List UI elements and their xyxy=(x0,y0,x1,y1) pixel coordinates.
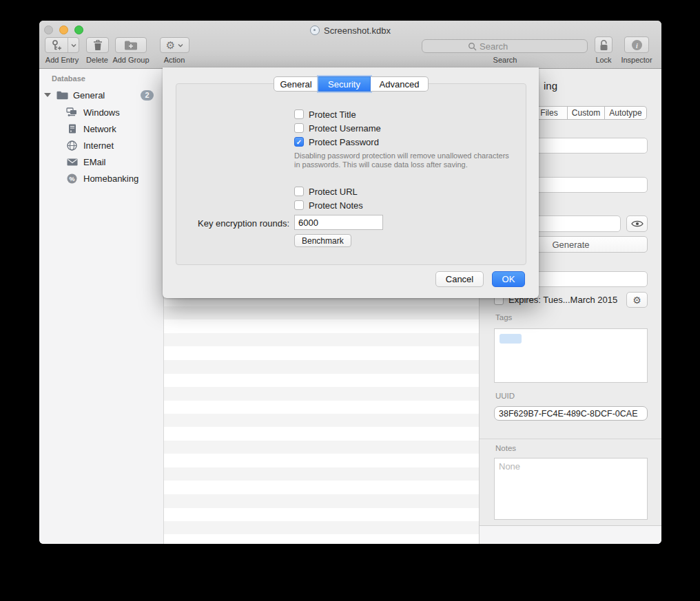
action-caption: Action xyxy=(157,56,192,64)
info-icon: i xyxy=(631,39,643,51)
search-field[interactable] xyxy=(422,39,588,53)
sidebar-item-network[interactable]: Network xyxy=(39,121,164,136)
checkbox-box xyxy=(294,123,304,133)
sidebar-item-label: Internet xyxy=(83,140,114,151)
lock-button[interactable] xyxy=(595,36,612,53)
search-icon xyxy=(468,42,477,51)
tags-box[interactable] xyxy=(494,328,648,383)
inspector-button[interactable]: i xyxy=(624,36,649,53)
checkbox-label: Protect Title xyxy=(309,109,356,120)
sidebar-item-label: Windows xyxy=(83,107,120,118)
document-icon xyxy=(310,25,320,35)
dialog-tabs: General Security Advanced xyxy=(274,76,429,92)
windows-group-icon xyxy=(66,107,78,117)
add-entry-caption: Add Entry xyxy=(41,56,83,64)
search-caption: Search xyxy=(484,56,526,64)
checkbox-label: Protect Notes xyxy=(309,200,363,211)
add-entry-button[interactable] xyxy=(45,37,79,53)
sidebar-item-internet[interactable]: Internet xyxy=(39,138,164,153)
panel-footer xyxy=(480,525,661,544)
lock-caption: Lock xyxy=(590,56,617,64)
protect-notes-checkbox[interactable]: Protect Notes xyxy=(294,200,363,211)
svg-text:i: i xyxy=(636,41,638,49)
checkbox-box xyxy=(294,200,304,210)
notes-field[interactable] xyxy=(494,458,648,520)
tab-security[interactable]: Security xyxy=(318,76,371,92)
protect-password-checkbox[interactable]: Protect Password xyxy=(294,136,379,147)
server-icon xyxy=(66,124,78,134)
sidebar-section-header: Database xyxy=(52,74,85,83)
desktop-background: Screenshot.kdbx xyxy=(0,0,700,601)
percent-circle-icon: % xyxy=(66,173,78,184)
key-rounds-input[interactable] xyxy=(294,215,383,230)
key-rounds-label: Key encryption rounds: xyxy=(176,218,289,229)
checkbox-box xyxy=(294,137,304,147)
checkbox-label: Protect Password xyxy=(309,137,379,147)
password-protection-help-text: Disabling password protection will remov… xyxy=(294,151,516,169)
sidebar-item-label: Homebanking xyxy=(83,173,138,184)
section-divider xyxy=(480,439,661,439)
checkbox-box xyxy=(294,109,304,119)
eye-icon xyxy=(631,220,644,228)
add-group-caption: Add Group xyxy=(110,56,152,64)
add-group-button[interactable] xyxy=(115,37,147,53)
inspector-caption: Inspector xyxy=(617,56,656,64)
entry-settings-dialog: General Security Advanced Protect Title … xyxy=(163,67,539,298)
key-plus-icon xyxy=(45,38,68,52)
chevron-down-icon xyxy=(178,43,183,48)
protect-username-checkbox[interactable]: Protect Username xyxy=(294,123,381,134)
checkbox-label: Protect URL xyxy=(309,187,358,197)
globe-icon xyxy=(66,140,78,151)
protect-url-checkbox[interactable]: Protect URL xyxy=(294,186,358,197)
window-title: Screenshot.kdbx xyxy=(324,25,391,36)
titlebar-toolbar: Screenshot.kdbx xyxy=(39,21,661,69)
action-button[interactable]: ⚙ xyxy=(160,37,189,53)
tab-advanced[interactable]: Advanced xyxy=(371,76,429,92)
tab-general[interactable]: General xyxy=(274,76,318,92)
folder-plus-icon xyxy=(124,40,138,50)
disclosure-triangle-icon[interactable] xyxy=(44,93,51,97)
entry-title-text: ing xyxy=(544,80,557,92)
window-title-group: Screenshot.kdbx xyxy=(39,24,661,36)
sidebar-item-label: General xyxy=(73,90,105,101)
uuid-label: UUID xyxy=(495,392,515,400)
reveal-password-button[interactable] xyxy=(626,215,648,232)
checkbox-box xyxy=(294,187,304,196)
tags-label: Tags xyxy=(495,313,512,321)
lock-open-icon xyxy=(599,39,609,51)
delete-button[interactable] xyxy=(86,37,109,53)
cancel-button[interactable]: Cancel xyxy=(435,271,484,287)
sidebar-item-homebanking[interactable]: % Homebanking xyxy=(39,171,164,186)
app-window: Screenshot.kdbx xyxy=(39,21,661,544)
tab-autotype[interactable]: Autotype xyxy=(605,106,647,120)
expires-options-button[interactable]: ⚙ xyxy=(626,292,648,308)
sidebar: Database General 2 xyxy=(39,69,164,544)
search-input[interactable] xyxy=(480,41,562,52)
gear-icon: ⚙ xyxy=(632,295,641,305)
folder-icon xyxy=(56,91,68,100)
notes-label: Notes xyxy=(495,444,516,452)
tab-custom[interactable]: Custom xyxy=(568,106,605,120)
sidebar-item-email[interactable]: EMail xyxy=(39,154,164,169)
chevron-down-icon[interactable] xyxy=(68,38,79,52)
benchmark-button[interactable]: Benchmark xyxy=(294,234,351,247)
sidebar-item-general[interactable]: General 2 xyxy=(39,87,164,103)
gear-icon: ⚙ xyxy=(166,40,175,50)
delete-caption: Delete xyxy=(80,56,114,64)
count-badge: 2 xyxy=(141,90,154,101)
sidebar-item-label: Network xyxy=(83,124,116,134)
tag-token xyxy=(500,334,522,344)
protect-title-checkbox[interactable]: Protect Title xyxy=(294,109,356,120)
trash-icon xyxy=(93,40,103,51)
uuid-field[interactable] xyxy=(494,406,648,421)
checkbox-label: Protect Username xyxy=(309,123,381,134)
svg-text:%: % xyxy=(69,175,74,182)
envelope-icon xyxy=(66,158,78,166)
sidebar-item-label: EMail xyxy=(83,157,106,167)
ok-button[interactable]: OK xyxy=(492,271,525,287)
sidebar-item-windows[interactable]: Windows xyxy=(39,105,164,120)
